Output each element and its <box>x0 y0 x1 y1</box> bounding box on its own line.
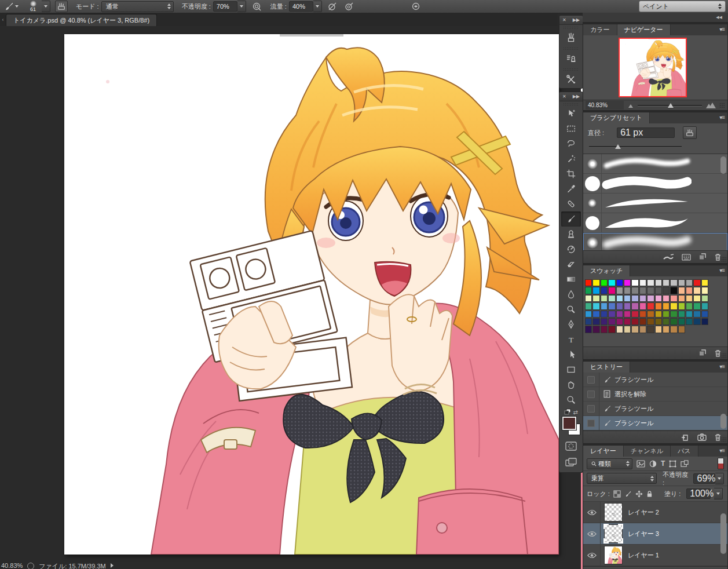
swatch[interactable] <box>631 326 638 333</box>
layer-visibility-toggle[interactable] <box>583 502 601 523</box>
lock-transparency-icon[interactable] <box>613 490 621 498</box>
swatch[interactable] <box>678 279 685 286</box>
tab-paths[interactable]: パス <box>671 446 698 457</box>
swatch[interactable] <box>631 311 638 318</box>
toggle-brush-panel-icon[interactable] <box>683 126 697 139</box>
swatch[interactable] <box>678 287 685 294</box>
toggle-brush-panel-icon[interactable] <box>55 1 68 12</box>
swatch[interactable] <box>686 311 693 318</box>
layer-thumbnail[interactable] <box>605 546 622 564</box>
swatch[interactable] <box>686 318 693 325</box>
swatch[interactable] <box>585 295 592 302</box>
swatch[interactable] <box>585 318 592 325</box>
collapse-panels-bar[interactable]: ◀◀ <box>583 13 728 23</box>
swatch[interactable] <box>678 302 685 309</box>
swatch[interactable] <box>693 318 700 325</box>
layer-opacity-input[interactable]: 69% <box>693 473 715 484</box>
layers-scrollbar[interactable] <box>720 513 726 554</box>
swatch[interactable] <box>686 302 693 309</box>
path-select-tool[interactable] <box>561 347 581 362</box>
brush-preset-row[interactable] <box>583 194 727 213</box>
tab-brush-presets[interactable]: ブラシプリセット <box>583 112 650 123</box>
swatch[interactable] <box>585 287 592 294</box>
fill-input[interactable]: 100% <box>686 488 711 499</box>
pressure-opacity-icon[interactable] <box>251 1 262 12</box>
history-state-row[interactable]: ブラシツール <box>583 402 727 416</box>
layer-name[interactable]: レイヤー 3 <box>628 530 659 538</box>
swatch[interactable] <box>608 295 615 302</box>
history-brush-tool[interactable] <box>561 242 581 257</box>
lock-pixels-icon[interactable] <box>624 490 632 498</box>
icon-dock-header[interactable]: ✕▶▶ <box>559 16 583 25</box>
panel-menu-icon[interactable]: ▾≡ <box>719 363 725 370</box>
swatch[interactable] <box>624 279 631 286</box>
swatch[interactable] <box>624 295 631 302</box>
brush-preset-row[interactable] <box>583 174 727 194</box>
layer-visibility-toggle[interactable] <box>583 523 601 544</box>
panel-menu-icon[interactable]: ▾≡ <box>719 447 725 454</box>
screen-mode-button[interactable] <box>561 455 581 470</box>
document-tab[interactable]: トイカメラ.psd @ 40.8% (レイヤー 3, RGB/8#) <box>6 14 157 26</box>
swatch[interactable] <box>663 326 670 333</box>
tool-presets-grip[interactable] <box>563 68 579 71</box>
swatch[interactable] <box>616 302 623 309</box>
new-document-from-state-icon[interactable] <box>681 433 690 442</box>
history-state-row[interactable]: ブラシツール <box>583 416 727 431</box>
history-source-checkbox[interactable] <box>583 416 599 430</box>
eraser-tool[interactable] <box>561 257 581 272</box>
swatch[interactable] <box>601 295 608 302</box>
panel-menu-icon[interactable]: ▾≡ <box>719 26 725 32</box>
lasso-tool[interactable] <box>561 136 581 151</box>
swatch[interactable] <box>592 302 599 309</box>
resize-grip[interactable] <box>719 103 725 108</box>
filter-kind-select[interactable]: 種類 <box>587 458 632 469</box>
hand-tool[interactable] <box>561 377 581 392</box>
move-tool[interactable] <box>561 106 581 121</box>
swatch[interactable] <box>639 295 646 302</box>
blend-mode-select[interactable]: 乗算 <box>587 473 657 484</box>
swatch[interactable] <box>608 326 615 333</box>
swatch[interactable] <box>608 302 615 309</box>
dodge-tool[interactable] <box>561 302 581 317</box>
swatch[interactable] <box>701 318 708 325</box>
crop-tool[interactable] <box>561 166 581 181</box>
swatch[interactable] <box>655 287 662 294</box>
new-snapshot-icon[interactable] <box>697 433 707 441</box>
swatch[interactable] <box>616 311 623 318</box>
tools-grip[interactable] <box>563 103 579 105</box>
swatch[interactable] <box>686 295 693 302</box>
swatch[interactable] <box>639 287 646 294</box>
layer-visibility-toggle[interactable] <box>583 545 601 566</box>
flow-input[interactable]: 40% <box>289 1 313 12</box>
marquee-tool[interactable] <box>561 121 581 136</box>
swatch[interactable] <box>678 311 685 318</box>
lock-all-icon[interactable] <box>646 490 653 498</box>
diameter-input[interactable]: 61 px <box>617 127 675 138</box>
swatch[interactable] <box>631 295 638 302</box>
brush-preset-preview[interactable]: 61 <box>24 1 42 12</box>
layer-name[interactable]: レイヤー 1 <box>628 551 659 560</box>
swatch[interactable] <box>663 318 670 325</box>
navigator-zoom-slider[interactable] <box>638 102 702 109</box>
filter-smart-objects-icon[interactable] <box>681 460 689 468</box>
opacity-input[interactable]: 70% <box>213 1 237 12</box>
history-state-row[interactable]: ブラシツール <box>583 373 727 387</box>
brush-preset-row[interactable] <box>583 213 727 233</box>
swatch[interactable] <box>616 318 623 325</box>
rectangle-tool[interactable] <box>561 362 581 377</box>
swatch[interactable] <box>678 326 685 333</box>
swatch[interactable] <box>608 311 615 318</box>
flow-dropdown[interactable] <box>313 1 322 12</box>
zoom-out-icon[interactable] <box>627 103 634 108</box>
airbrush-off-icon[interactable] <box>327 1 338 12</box>
swatch[interactable] <box>693 311 700 318</box>
filter-pixel-layers-icon[interactable] <box>636 460 645 468</box>
diameter-slider[interactable] <box>589 143 682 150</box>
swatch[interactable] <box>585 279 592 286</box>
swatch[interactable] <box>693 295 700 302</box>
swatch[interactable] <box>601 326 608 333</box>
eyedropper-tool[interactable] <box>561 181 581 196</box>
tab-scroll-left-icon[interactable]: ‹ <box>0 13 6 26</box>
swatch[interactable] <box>663 279 670 286</box>
swatch[interactable] <box>592 311 599 318</box>
